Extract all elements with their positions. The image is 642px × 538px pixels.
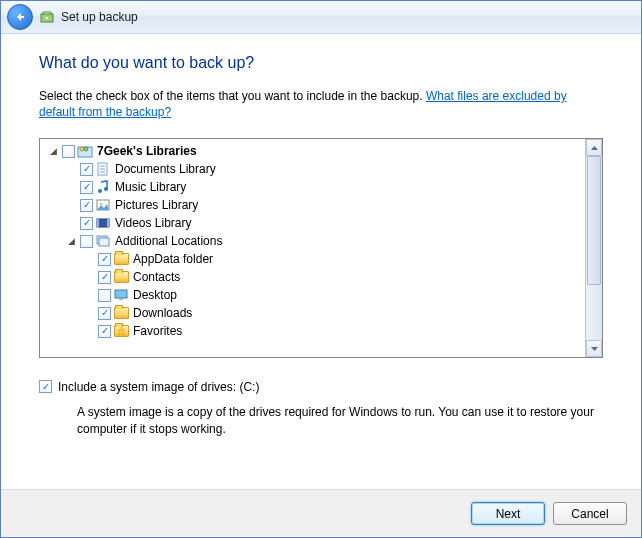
- checkbox[interactable]: [62, 145, 75, 158]
- checkbox[interactable]: [80, 217, 93, 230]
- folder-icon: [113, 305, 129, 321]
- music-icon: [95, 179, 111, 195]
- tree-item-label: Music Library: [113, 180, 186, 194]
- page-heading: What do you want to back up?: [39, 54, 603, 72]
- scroll-track[interactable]: [586, 156, 602, 340]
- svg-rect-17: [99, 238, 109, 246]
- checkbox[interactable]: [98, 307, 111, 320]
- tree-item-label: Pictures Library: [113, 198, 198, 212]
- instruction-text: Select the check box of the items that y…: [39, 88, 603, 120]
- tree-item-contacts[interactable]: Contacts: [40, 268, 585, 286]
- expander-icon[interactable]: ◢: [46, 146, 60, 156]
- system-image-checkbox[interactable]: [39, 380, 52, 393]
- content-area: What do you want to back up? Select the …: [1, 34, 641, 489]
- backup-items-tree: ◢ 7Geek's Libraries Documents Library Mu…: [39, 138, 603, 358]
- checkbox[interactable]: [98, 325, 111, 338]
- cancel-button[interactable]: Cancel: [553, 502, 627, 525]
- tree-item-favorites[interactable]: Favorites: [40, 322, 585, 340]
- tree-root-libraries[interactable]: ◢ 7Geek's Libraries: [40, 142, 585, 160]
- folder-icon: [113, 251, 129, 267]
- checkbox[interactable]: [80, 235, 93, 248]
- videos-icon: [95, 215, 111, 231]
- svg-point-12: [100, 203, 102, 205]
- folder-stack-icon: [95, 233, 111, 249]
- libraries-icon: [77, 143, 93, 159]
- pictures-icon: [95, 197, 111, 213]
- tree-item-label: 7Geek's Libraries: [95, 144, 197, 158]
- tree-viewport: ◢ 7Geek's Libraries Documents Library Mu…: [40, 139, 585, 357]
- desktop-icon: [113, 287, 129, 303]
- svg-point-9: [98, 189, 102, 193]
- documents-icon: [95, 161, 111, 177]
- svg-point-4: [84, 147, 88, 151]
- window-title: Set up backup: [61, 10, 138, 24]
- tree-item-downloads[interactable]: Downloads: [40, 304, 585, 322]
- wizard-window: Set up backup What do you want to back u…: [0, 0, 642, 538]
- svg-point-10: [104, 187, 108, 191]
- titlebar: Set up backup: [1, 1, 641, 34]
- tree-item-label: Videos Library: [113, 216, 192, 230]
- checkbox[interactable]: [80, 199, 93, 212]
- system-image-label: Include a system image of drives: (C:): [58, 380, 259, 394]
- scroll-up-button[interactable]: [586, 139, 602, 156]
- svg-point-1: [46, 17, 49, 20]
- next-button[interactable]: Next: [471, 502, 545, 525]
- checkbox[interactable]: [98, 271, 111, 284]
- tree-item-label: Additional Locations: [113, 234, 222, 248]
- tree-item-appdata[interactable]: AppData folder: [40, 250, 585, 268]
- folder-icon: [113, 269, 129, 285]
- checkbox[interactable]: [80, 181, 93, 194]
- svg-rect-18: [115, 290, 127, 298]
- tree-item-documents[interactable]: Documents Library: [40, 160, 585, 178]
- folder-star-icon: [113, 323, 129, 339]
- scroll-thumb[interactable]: [587, 156, 601, 285]
- tree-item-label: Downloads: [131, 306, 192, 320]
- tree-item-label: AppData folder: [131, 252, 213, 266]
- scrollbar[interactable]: [585, 139, 602, 357]
- tree-item-pictures[interactable]: Pictures Library: [40, 196, 585, 214]
- footer: Next Cancel: [1, 489, 641, 537]
- back-arrow-icon: [14, 11, 26, 23]
- tree-item-label: Favorites: [131, 324, 182, 338]
- checkbox[interactable]: [80, 163, 93, 176]
- tree-item-videos[interactable]: Videos Library: [40, 214, 585, 232]
- svg-point-3: [80, 147, 84, 151]
- svg-rect-14: [97, 219, 99, 227]
- system-image-description: A system image is a copy of the drives r…: [77, 404, 603, 436]
- tree-item-label: Contacts: [131, 270, 180, 284]
- svg-rect-19: [119, 298, 123, 300]
- checkbox[interactable]: [98, 289, 111, 302]
- back-button[interactable]: [7, 4, 33, 30]
- checkbox[interactable]: [98, 253, 111, 266]
- instruction-prefix: Select the check box of the items that y…: [39, 89, 426, 103]
- tree-item-desktop[interactable]: Desktop: [40, 286, 585, 304]
- system-image-option: Include a system image of drives: (C:): [39, 380, 603, 394]
- tree-item-additional[interactable]: ◢ Additional Locations: [40, 232, 585, 250]
- expander-icon[interactable]: ◢: [64, 236, 78, 246]
- backup-icon: [39, 9, 55, 25]
- tree-item-label: Desktop: [131, 288, 177, 302]
- tree-item-music[interactable]: Music Library: [40, 178, 585, 196]
- scroll-down-button[interactable]: [586, 340, 602, 357]
- svg-rect-15: [107, 219, 109, 227]
- tree-item-label: Documents Library: [113, 162, 216, 176]
